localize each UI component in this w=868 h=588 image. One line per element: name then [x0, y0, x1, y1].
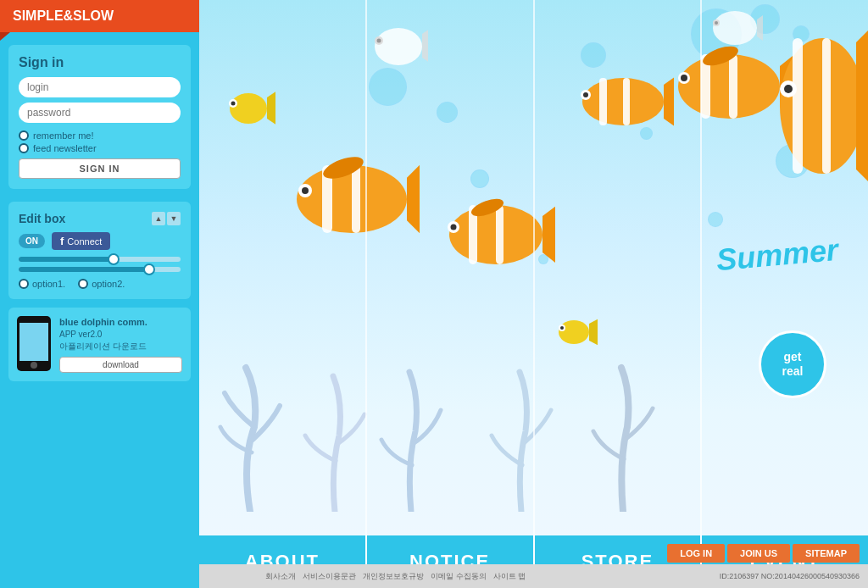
panels-container: ABOUT NOTICE STORE EVENT — [199, 0, 868, 588]
edit-box-header: Edit box ▲ ▼ — [19, 212, 181, 225]
footer-link-1[interactable]: 회사소개 — [265, 571, 296, 582]
slider-fill-1 — [19, 257, 116, 262]
sitemap-button[interactable]: SITEMAP — [793, 544, 860, 563]
phone-icon — [17, 316, 51, 371]
newsletter-row: feed newsletter — [19, 143, 181, 153]
join-us-button[interactable]: JOIN US — [727, 544, 790, 563]
option2-radio[interactable] — [78, 279, 88, 289]
app-subtitle: APP ver2.0 — [59, 330, 182, 339]
footer-link-4[interactable]: 이메일 수집동의 — [431, 571, 487, 582]
remember-radio[interactable] — [19, 130, 29, 141]
panel-about[interactable]: ABOUT — [199, 0, 367, 588]
remember-label: remember me! — [33, 130, 94, 141]
option2-item: option2. — [78, 279, 125, 289]
newsletter-radio[interactable] — [19, 143, 29, 153]
sidebar-header: SIMPLE&SLOW — [0, 0, 199, 32]
sign-in-title: Sign in — [19, 55, 181, 70]
brand-name: SIMPLE&SLOW — [13, 8, 114, 23]
slider-thumb-2[interactable] — [143, 263, 155, 275]
app-label: 아플리케이션 다운로드 — [59, 341, 182, 352]
bottom-nav-bar: LOG IN JOIN US SITEMAP — [667, 544, 860, 563]
footer-links: 회사소개 서비스이용문관 개인정보보호규방 이메일 수집동의 사이트 맵 — [265, 571, 526, 582]
option1-label: option1. — [32, 279, 65, 289]
connect-label: Connect — [67, 236, 102, 247]
option2-label: option2. — [92, 279, 125, 289]
app-info: blue dolphin comm. APP ver2.0 아플리케이션 다운로… — [59, 316, 182, 373]
slider-fill-2 — [19, 267, 148, 272]
footer-link-3[interactable]: 개인정보보호규방 — [363, 571, 424, 582]
arrow-buttons: ▲ ▼ — [152, 212, 181, 225]
footer-id-info: ID:2106397 NO:20140426000540930366 — [720, 572, 860, 580]
sign-in-button[interactable]: SIGN IN — [19, 158, 181, 179]
panel-store[interactable]: STORE — [535, 0, 703, 588]
slider-1[interactable] — [19, 257, 181, 262]
footer-link-5[interactable]: 사이트 맵 — [493, 571, 526, 582]
option1-radio[interactable] — [19, 279, 29, 289]
newsletter-label: feed newsletter — [33, 143, 97, 153]
facebook-icon: f — [60, 235, 64, 247]
sidebar: SIMPLE&SLOW Sign in remember me! feed ne… — [0, 0, 199, 588]
panel-notice[interactable]: NOTICE — [367, 0, 535, 588]
edit-box-title: Edit box — [19, 212, 65, 225]
panel-event[interactable]: EVENT — [702, 0, 868, 588]
option1-item: option1. — [19, 279, 65, 289]
main-content: Summer getreal ABOUT NOTICE STORE EVENT … — [199, 0, 868, 588]
arrow-up-button[interactable]: ▲ — [152, 212, 165, 225]
slider-2[interactable] — [19, 267, 181, 272]
remember-me-row: remember me! — [19, 130, 181, 141]
login-input[interactable] — [19, 77, 181, 97]
sign-in-box: Sign in remember me! feed newsletter SIG… — [8, 45, 191, 189]
phone-button — [31, 362, 37, 369]
toggle-row: ON f Connect — [19, 232, 181, 250]
edit-box: Edit box ▲ ▼ ON f Connect option1. — [8, 202, 191, 299]
password-input[interactable] — [19, 103, 181, 123]
slider-thumb-1[interactable] — [108, 253, 120, 265]
phone-screen — [19, 323, 48, 361]
option-row: option1. option2. — [19, 279, 181, 289]
app-box: blue dolphin comm. APP ver2.0 아플리케이션 다운로… — [8, 308, 191, 381]
login-button[interactable]: LOG IN — [667, 544, 725, 563]
app-title: blue dolphin comm. — [59, 316, 182, 328]
toggle-on[interactable]: ON — [19, 234, 45, 248]
facebook-connect-button[interactable]: f Connect — [52, 232, 110, 250]
arrow-down-button[interactable]: ▼ — [167, 212, 181, 225]
footer-link-2[interactable]: 서비스이용문관 — [303, 571, 356, 582]
download-button[interactable]: download — [59, 357, 182, 373]
